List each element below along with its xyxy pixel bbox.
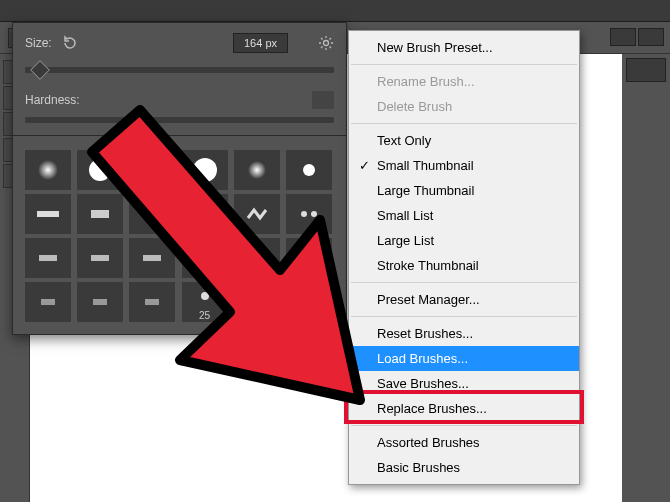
menu-separator	[351, 282, 577, 283]
menu-item-large-thumbnail[interactable]: Large Thumbnail	[349, 178, 579, 203]
brush-preset[interactable]	[286, 194, 332, 234]
menu-item-preset-manager[interactable]: Preset Manager...	[349, 287, 579, 312]
svg-point-22	[252, 291, 262, 301]
menu-bar	[0, 0, 670, 22]
svg-point-16	[250, 253, 264, 263]
svg-point-11	[311, 211, 317, 217]
menu-item-reset-brushes[interactable]: Reset Brushes...	[349, 321, 579, 346]
svg-point-17	[303, 254, 315, 262]
right-panel-dock	[622, 54, 670, 502]
svg-point-23	[304, 297, 314, 307]
menu-item-text-only[interactable]: Text Only	[349, 128, 579, 153]
brush-preset[interactable]	[77, 150, 123, 190]
svg-rect-8	[91, 210, 109, 218]
menu-item-stroke-thumbnail[interactable]: Stroke Thumbnail	[349, 253, 579, 278]
svg-rect-18	[41, 299, 55, 305]
gear-icon[interactable]	[318, 35, 334, 51]
brush-preset[interactable]	[77, 194, 123, 234]
hardness-slider[interactable]	[25, 117, 334, 123]
brush-preset[interactable]	[234, 150, 280, 190]
size-slider[interactable]	[25, 67, 334, 73]
brush-preset[interactable]	[25, 150, 71, 190]
brush-preset[interactable]	[77, 238, 123, 278]
hardness-label: Hardness:	[25, 93, 80, 107]
brush-preset[interactable]	[25, 194, 71, 234]
svg-point-0	[324, 41, 329, 46]
brush-preset[interactable]	[77, 282, 123, 322]
svg-rect-14	[143, 255, 161, 261]
svg-rect-7	[37, 211, 59, 217]
svg-point-4	[193, 158, 217, 182]
brush-preset[interactable]	[234, 194, 280, 234]
window-controls	[610, 28, 664, 46]
menu-item-large-list[interactable]: Large List	[349, 228, 579, 253]
brush-preset-panel: Size: 164 px Hardness:	[12, 22, 347, 335]
brush-preset[interactable]	[129, 238, 175, 278]
reset-size-icon[interactable]	[62, 35, 80, 51]
brush-preset[interactable]	[286, 238, 332, 278]
svg-point-9	[195, 210, 215, 218]
brush-preset[interactable]: 50	[234, 282, 280, 322]
new-preset-icon[interactable]	[312, 91, 334, 109]
menu-item-assorted-brushes[interactable]: Assorted Brushes	[349, 430, 579, 455]
brush-preset[interactable]	[182, 194, 228, 234]
svg-rect-13	[91, 255, 109, 261]
restore-button[interactable]	[638, 28, 664, 46]
menu-separator	[351, 425, 577, 426]
menu-separator	[351, 64, 577, 65]
brush-preset[interactable]	[182, 150, 228, 190]
menu-item-replace-brushes[interactable]: Replace Brushes...	[349, 396, 579, 421]
menu-item-small-list[interactable]: Small List	[349, 203, 579, 228]
size-value-field[interactable]: 164 px	[233, 33, 288, 53]
minimize-button[interactable]	[610, 28, 636, 46]
svg-point-6	[303, 164, 315, 176]
svg-point-21	[201, 292, 209, 300]
menu-separator	[351, 123, 577, 124]
brush-preset[interactable]	[25, 238, 71, 278]
brush-preset[interactable]	[129, 282, 175, 322]
svg-point-5	[248, 161, 266, 179]
menu-item-save-brushes[interactable]: Save Brushes...	[349, 371, 579, 396]
menu-item-rename-brush: Rename Brush...	[349, 69, 579, 94]
svg-rect-12	[39, 255, 57, 261]
svg-rect-19	[93, 299, 107, 305]
svg-point-10	[301, 211, 307, 217]
brush-preset[interactable]	[129, 194, 175, 234]
svg-rect-20	[145, 299, 159, 305]
brush-grid: 25 50	[13, 142, 346, 334]
brush-preset[interactable]	[25, 282, 71, 322]
svg-point-2	[89, 159, 111, 181]
brush-flyout-menu: New Brush Preset...Rename Brush...Delete…	[348, 30, 580, 485]
panel-button[interactable]	[626, 58, 666, 82]
svg-point-15	[196, 255, 214, 261]
brush-preset[interactable]	[234, 238, 280, 278]
size-label: Size:	[25, 36, 52, 50]
brush-preset[interactable]	[182, 238, 228, 278]
menu-item-small-thumbnail[interactable]: Small Thumbnail	[349, 153, 579, 178]
menu-item-basic-brushes[interactable]: Basic Brushes	[349, 455, 579, 480]
svg-point-3	[140, 158, 164, 182]
brush-preset[interactable]: 25	[182, 282, 228, 322]
menu-item-delete-brush: Delete Brush	[349, 94, 579, 119]
menu-separator	[351, 316, 577, 317]
brush-preset[interactable]	[129, 150, 175, 190]
menu-item-new-brush-preset[interactable]: New Brush Preset...	[349, 35, 579, 60]
svg-point-1	[38, 160, 58, 180]
menu-item-load-brushes[interactable]: Load Brushes...	[349, 346, 579, 371]
panel-divider	[13, 135, 346, 136]
brush-preset[interactable]	[286, 150, 332, 190]
brush-preset[interactable]	[286, 282, 332, 322]
